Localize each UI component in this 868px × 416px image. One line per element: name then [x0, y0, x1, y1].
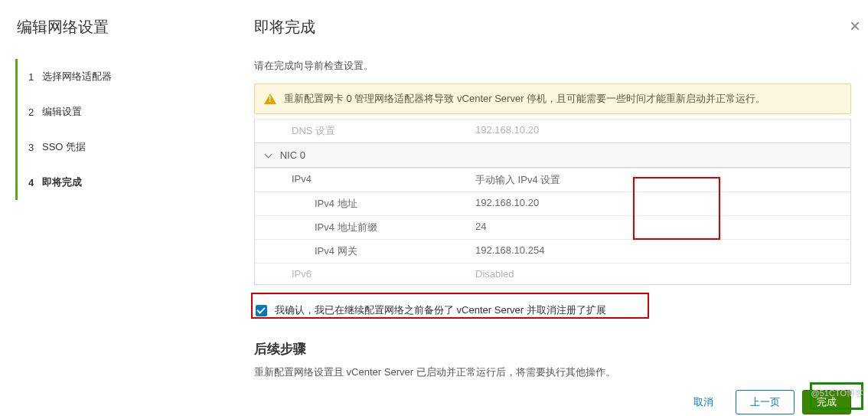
wizard-sidebar: 编辑网络设置 1 选择网络适配器 2 编辑设置 3 SSO 凭据 4 即将完成	[0, 0, 237, 416]
ipv4-address-value: 192.168.10.20	[475, 197, 837, 211]
ipv4-address-row: IPv4 地址 192.168.10.20	[255, 192, 850, 215]
next-steps-desc: 重新配置网络设置且 vCenter Server 已启动并正常运行后，将需要执行…	[254, 365, 851, 379]
chevron-down-icon	[265, 151, 272, 159]
warning-banner: 重新配置网卡 0 管理网络适配器将导致 vCenter Server 停机，且可…	[254, 84, 851, 114]
step-ready-to-complete[interactable]: 4 即将完成	[15, 165, 237, 200]
wizard-main: × 即将完成 请在完成向导前检查设置。 重新配置网卡 0 管理网络适配器将导致 …	[237, 0, 868, 416]
ipv4-gateway-row: IPv4 网关 192.168.10.254	[255, 239, 850, 263]
dns-row: DNS 设置 192.168.10.20	[255, 119, 850, 142]
warning-icon	[264, 93, 276, 104]
step-sso-credentials[interactable]: 3 SSO 凭据	[15, 129, 237, 165]
cancel-button[interactable]: 取消	[679, 390, 728, 414]
nic0-header[interactable]: NIC 0	[255, 142, 850, 168]
step-edit-settings[interactable]: 2 编辑设置	[15, 94, 237, 129]
watermark: @51CTO博客	[811, 388, 863, 399]
confirm-label: 我确认，我已在继续配置网络之前备份了 vCenter Server 并取消注册了…	[275, 303, 606, 317]
wizard-title: 编辑网络设置	[15, 17, 237, 38]
ipv4-gateway-value: 192.168.10.254	[475, 244, 837, 258]
next-steps-title: 后续步骤	[254, 340, 851, 358]
step-select-adapter[interactable]: 1 选择网络适配器	[15, 59, 237, 94]
ipv4-prefix-row: IPv4 地址前缀 24	[255, 215, 850, 239]
close-icon[interactable]: ×	[850, 15, 860, 37]
ipv6-row: IPv6 Disabled	[255, 263, 850, 284]
previous-button[interactable]: 上一页	[736, 390, 795, 414]
ipv4-row: IPv4 手动输入 IPv4 设置	[255, 168, 850, 192]
warning-text: 重新配置网卡 0 管理网络适配器将导致 vCenter Server 停机，且可…	[284, 92, 765, 106]
ipv4-prefix-value: 24	[475, 221, 837, 234]
settings-panel: DNS 设置 192.168.10.20 NIC 0 IPv4 手动输入 IPv…	[254, 119, 851, 285]
wizard-footer: 取消 上一页 完成	[254, 379, 851, 416]
step-list: 1 选择网络适配器 2 编辑设置 3 SSO 凭据 4 即将完成	[15, 59, 237, 200]
page-title: 即将完成	[254, 17, 851, 38]
page-subtitle: 请在完成向导前检查设置。	[254, 59, 851, 73]
confirm-row[interactable]: 我确认，我已在继续配置网络之前备份了 vCenter Server 并取消注册了…	[254, 299, 851, 322]
confirm-checkbox[interactable]	[256, 305, 267, 316]
